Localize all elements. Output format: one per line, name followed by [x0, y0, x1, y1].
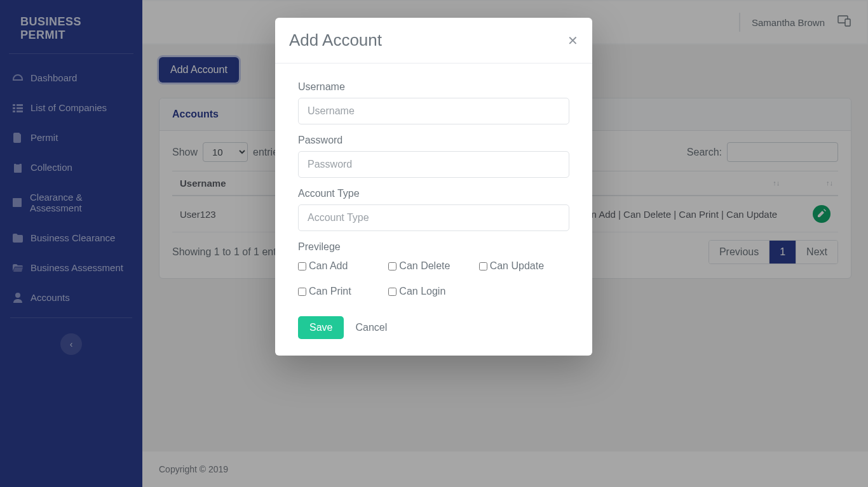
- add-account-modal: Add Account ✕ Username Password Account …: [275, 18, 592, 356]
- priv-label-text: Can Login: [399, 286, 445, 297]
- priv-can-update[interactable]: Can Update: [479, 260, 569, 272]
- modal-close-button[interactable]: ✕: [567, 34, 578, 47]
- password-input[interactable]: [298, 151, 569, 178]
- priv-label-text: Can Delete: [399, 260, 450, 272]
- account-type-input[interactable]: [298, 204, 569, 231]
- priv-can-add[interactable]: Can Add: [298, 260, 388, 272]
- checkbox-can-login[interactable]: [388, 288, 397, 296]
- username-input[interactable]: [298, 98, 569, 124]
- modal-actions: Save Cancel: [298, 316, 569, 339]
- modal-title: Add Account: [289, 30, 382, 50]
- priv-can-delete[interactable]: Can Delete: [388, 260, 478, 272]
- field-password: Password: [298, 135, 569, 178]
- field-account-type: Account Type: [298, 188, 569, 231]
- password-label: Password: [298, 135, 569, 146]
- modal-header: Add Account ✕: [275, 18, 592, 63]
- save-button[interactable]: Save: [298, 316, 344, 339]
- modal-body: Username Password Account Type Previlege…: [275, 63, 592, 356]
- checkbox-can-delete[interactable]: [388, 262, 397, 270]
- priv-can-print[interactable]: Can Print: [298, 286, 388, 297]
- priv-label-text: Can Update: [490, 260, 544, 272]
- checkbox-can-add[interactable]: [298, 262, 306, 270]
- privilege-label: Previlege: [298, 241, 569, 253]
- cancel-button[interactable]: Cancel: [355, 322, 387, 333]
- username-label: Username: [298, 81, 569, 93]
- close-icon: ✕: [567, 34, 578, 48]
- account-type-label: Account Type: [298, 188, 569, 199]
- priv-label-text: Can Add: [309, 260, 348, 272]
- field-username: Username: [298, 81, 569, 124]
- priv-can-login[interactable]: Can Login: [388, 286, 478, 297]
- checkbox-can-update[interactable]: [479, 262, 487, 270]
- privilege-grid: Can Add Can Delete Can Update Can Print …: [298, 260, 569, 302]
- field-privilege: Previlege Can Add Can Delete Can Update …: [298, 241, 569, 302]
- checkbox-can-print[interactable]: [298, 288, 306, 296]
- priv-label-text: Can Print: [309, 286, 351, 297]
